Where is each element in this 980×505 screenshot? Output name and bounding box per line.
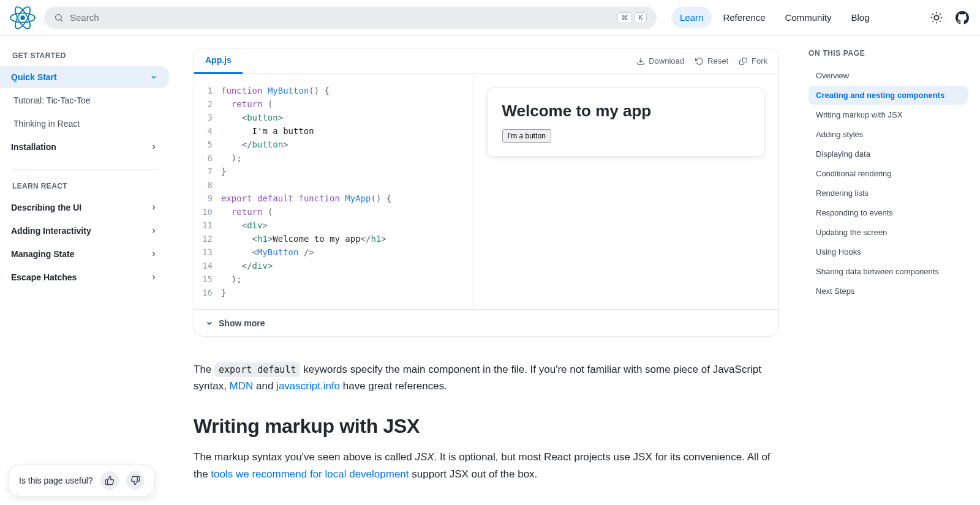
fork-icon (739, 57, 748, 65)
sidebar-item-escape[interactable]: Escape Hatches (0, 266, 169, 288)
text: and (253, 380, 276, 392)
toc-styles[interactable]: Adding styles (809, 125, 968, 144)
nav-blog[interactable]: Blog (842, 7, 878, 28)
topbar: ⌘ K LearnReferenceCommunityBlog (0, 0, 980, 36)
toc-sharing[interactable]: Sharing data between components (809, 262, 968, 281)
chevron-right-icon (149, 226, 158, 235)
sidebar-item-interactivity[interactable]: Adding Interactivity (0, 220, 169, 242)
toc-data[interactable]: Displaying data (809, 144, 968, 163)
text: The (194, 364, 214, 375)
show-more-label: Show more (219, 318, 265, 328)
code-content: function MyButton() { return ( <button> … (221, 84, 473, 299)
fork-button[interactable]: Fork (739, 56, 767, 65)
right-sidebar: ON THIS PAGE OverviewCreating and nestin… (796, 36, 980, 505)
download-button[interactable]: Download (636, 56, 684, 65)
line-gutter: 1 2 3 4 5 6 7 8 9 10 11 12 13 14 15 16 (194, 84, 221, 299)
topbar-right (922, 10, 970, 26)
toc-overview[interactable]: Overview (809, 66, 968, 85)
feedback-no-button[interactable] (126, 471, 145, 490)
search-input-wrap[interactable]: ⌘ K (44, 7, 657, 29)
feedback-widget: Is this page useful? (9, 465, 155, 496)
sidebar-item-thinking[interactable]: Thinking in React (0, 113, 169, 135)
preview-heading: Welcome to my app (502, 102, 750, 121)
thumbs-up-icon (105, 476, 115, 485)
sidebar-item-label: Managing State (11, 249, 74, 259)
theme-toggle[interactable] (929, 10, 944, 26)
nav-community[interactable]: Community (777, 7, 840, 28)
toc-lists[interactable]: Rendering lists (809, 184, 968, 203)
preview-card: Welcome to my app I'm a button (487, 88, 766, 157)
toc-hooks[interactable]: Using Hooks (809, 242, 968, 261)
sidebar-item-describing[interactable]: Describing the UI (0, 196, 169, 219)
fork-label: Fork (752, 56, 767, 65)
toc-next[interactable]: Next Steps (809, 282, 968, 301)
mdn-link[interactable]: MDN (230, 380, 254, 392)
sandbox-actions: Download Reset Fork (636, 56, 778, 65)
main-content: App.js Download Reset Fork 1 2 3 4 5 6 7… (176, 36, 796, 505)
github-icon (956, 11, 969, 24)
text: support JSX out of the box. (409, 468, 538, 480)
tools-link[interactable]: tools we recommend for local development (211, 468, 409, 480)
sidebar-item-label: Quick Start (11, 72, 57, 82)
search-icon (54, 13, 64, 23)
toc-conditional[interactable]: Conditional rendering (809, 164, 968, 183)
sidebar-item-state[interactable]: Managing State (0, 243, 169, 265)
sandbox-tab-app[interactable]: App.js (194, 48, 243, 74)
show-more-button[interactable]: Show more (194, 309, 778, 336)
paragraph: The markup syntax you've seen above is c… (194, 449, 779, 482)
sidebar-item-label: Adding Interactivity (11, 226, 91, 236)
svg-rect-6 (742, 58, 747, 62)
download-label: Download (649, 56, 684, 65)
sidebar-item-quick-start[interactable]: Quick Start (0, 66, 169, 88)
code-editor[interactable]: 1 2 3 4 5 6 7 8 9 10 11 12 13 14 15 16 f… (194, 74, 473, 309)
text: The markup syntax you've seen above is c… (194, 451, 415, 463)
search-input[interactable] (70, 12, 611, 23)
svg-point-5 (934, 15, 938, 20)
feedback-question: Is this page useful? (19, 476, 93, 485)
preview-button[interactable]: I'm a button (502, 129, 551, 143)
section-heading: Writing markup with JSX (194, 415, 779, 438)
github-link[interactable] (954, 10, 970, 26)
kbd-mod: ⌘ (617, 12, 632, 23)
sandbox: App.js Download Reset Fork 1 2 3 4 5 6 7… (194, 48, 779, 337)
chevron-down-icon (205, 319, 214, 327)
logo[interactable] (10, 5, 36, 31)
nav-learn[interactable]: Learn (671, 7, 712, 28)
kbd-key: K (635, 12, 647, 23)
sidebar-item-label: Installation (11, 142, 56, 152)
jsx-em: JSX (415, 451, 434, 463)
article-body: The export default keywords specify the … (194, 361, 779, 482)
text: have great references. (340, 380, 447, 392)
nav-reference[interactable]: Reference (714, 7, 774, 28)
sidebar-item-tutorial[interactable]: Tutorial: Tic-Tac-Toe (0, 89, 169, 111)
sidebar-item-label: Tutorial: Tic-Tac-Toe (13, 95, 91, 105)
sidebar-group-label: GET STARTED (0, 48, 169, 66)
chevron-right-icon (149, 273, 158, 282)
toc-title: ON THIS PAGE (809, 49, 968, 58)
sidebar-item-label: Describing the UI (11, 203, 81, 212)
chevron-right-icon (149, 250, 158, 258)
toc-events[interactable]: Responding to events (809, 203, 968, 222)
toc-markup[interactable]: Writing markup with JSX (809, 105, 968, 124)
sidebar-item-label: Thinking in React (13, 119, 80, 129)
javascriptinfo-link[interactable]: javascript.info (276, 380, 340, 392)
sidebar-item-installation[interactable]: Installation (0, 136, 169, 158)
sandbox-body: 1 2 3 4 5 6 7 8 9 10 11 12 13 14 15 16 f… (194, 74, 778, 309)
sun-icon (930, 11, 943, 24)
reset-label: Reset (707, 56, 728, 65)
feedback-yes-button[interactable] (100, 471, 119, 490)
toc-creating[interactable]: Creating and nesting components (809, 86, 968, 105)
react-icon (10, 5, 36, 31)
thumbs-down-icon (130, 476, 140, 485)
nav-links: LearnReferenceCommunityBlog (671, 7, 878, 28)
chevron-right-icon (149, 203, 158, 212)
reset-icon (695, 57, 704, 65)
sidebar-group-label: LEARN REACT (0, 178, 169, 196)
paragraph: The export default keywords specify the … (194, 361, 779, 394)
svg-point-4 (56, 14, 61, 20)
reset-button[interactable]: Reset (695, 56, 728, 65)
toc-updating[interactable]: Updating the screen (809, 223, 968, 242)
sandbox-tabs: App.js Download Reset Fork (194, 48, 778, 74)
chevron-right-icon (149, 143, 158, 151)
preview-pane: Welcome to my app I'm a button (473, 74, 779, 309)
